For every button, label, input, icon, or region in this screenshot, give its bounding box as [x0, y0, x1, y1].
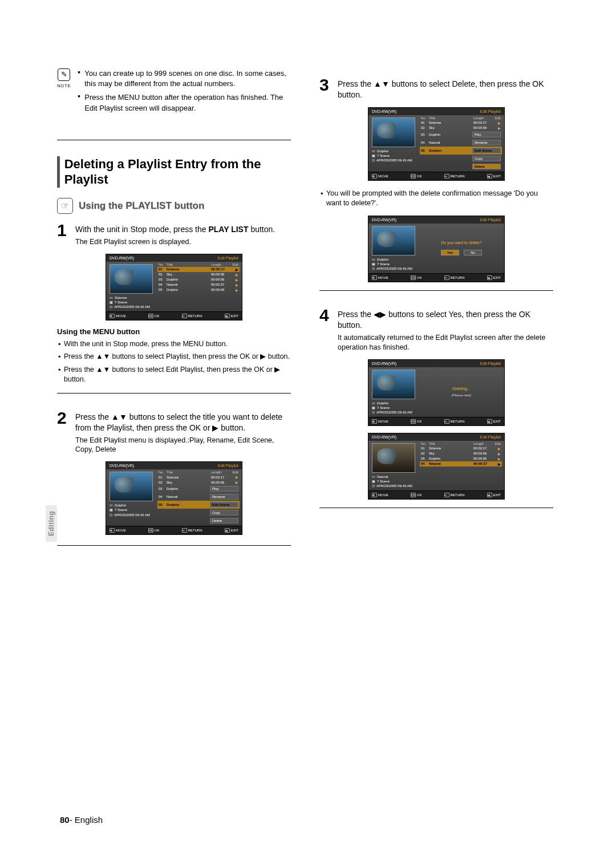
- osd-row: 02Sky00:00:06▶: [420, 451, 502, 456]
- menu-alt-head: Using the MENU button: [57, 327, 291, 336]
- move-icon: ✥: [372, 419, 377, 424]
- clock-icon: ◷: [372, 158, 375, 163]
- ok-icon: OK: [148, 528, 153, 533]
- yes-button: Yes: [441, 250, 459, 255]
- osd-row: Delete: [420, 163, 502, 171]
- page-number: 80: [60, 815, 70, 825]
- exit-icon: ⏏: [487, 174, 492, 178]
- osd-row: 01Science00:02:17▶: [420, 120, 502, 125]
- osd-current-name: Dolphin: [377, 149, 388, 153]
- osd-row: 02Sky00:00:06▶: [157, 480, 240, 485]
- step-text: button.: [249, 225, 275, 234]
- col-length: Length: [211, 263, 230, 266]
- playlist-icon: ▭: [372, 149, 375, 153]
- osd-row: Delete: [157, 517, 240, 525]
- section-title-bar: Deleting a Playlist Entry from the Playl…: [57, 156, 291, 188]
- osd-scenes: 7 Scene: [115, 508, 127, 512]
- divider: [319, 508, 553, 508]
- playlist-icon: ▭: [372, 474, 375, 479]
- list-item: You will be prompted with the delete con…: [319, 189, 553, 209]
- step-number: 4: [319, 307, 332, 352]
- step-number: 3: [319, 76, 332, 100]
- osd-screenshot-5: DVD-RW(VR) Edit Playlist ▭Dolphin ▦7 Sce…: [368, 359, 505, 426]
- right-column: 3 Press the ▲▼ buttons to select Delete,…: [319, 68, 553, 562]
- note-content: You can create up to 999 scenes on one d…: [78, 68, 291, 117]
- confirm-prompt: Do you want to delete?: [441, 241, 482, 245]
- osd-thumb-image: [372, 226, 415, 255]
- list-item: Press the ▲▼ buttons to select Playlist,…: [57, 352, 291, 362]
- osd-row: 03DolphinPlay: [157, 485, 240, 493]
- please-wait-text: (Please wait): [452, 393, 472, 397]
- note-icon-wrap: ✎ NOTE: [57, 68, 71, 117]
- step-subtext: It automatically returned to the Edit Pl…: [338, 333, 553, 352]
- pencil-icon: ✎: [58, 68, 70, 81]
- osd-row: 02Sky00:00:06▶: [420, 125, 502, 131]
- divider: [57, 393, 291, 393]
- return-icon: ↩: [182, 314, 187, 318]
- menu-alt-list: With the unit in Stop mode, press the ME…: [57, 339, 291, 385]
- move-icon: ✥: [372, 493, 377, 497]
- exit-icon: ⏏: [487, 419, 492, 424]
- osd-mode-label: Edit Playlist: [480, 109, 501, 113]
- subhead-text: Using the PLAYLIST button: [79, 200, 204, 212]
- step-2: 2 Press the ▲▼ buttons to select the tit…: [57, 409, 291, 455]
- osd-current-name: Science: [115, 295, 127, 300]
- clock-icon: ◷: [372, 484, 375, 488]
- osd-row: 03DolphinPlay: [420, 131, 502, 139]
- osd-screenshot-6: DVD-RW(VR) Edit Playlist ▭Natural ▦7 Sce…: [368, 433, 505, 500]
- step-text: With the unit in Stop mode, press the: [75, 225, 208, 234]
- osd-screenshot-4: DVD-RW(VR) Edit Playlist ▭Dolphin ▦7 Sce…: [368, 216, 505, 282]
- osd-current-name: Dolphin: [115, 503, 126, 508]
- osd-screenshot-3: DVD-RW(VR) Edit Playlist ▭Dolphin ▦7 Sce…: [368, 107, 505, 181]
- title-accent-bar: [57, 156, 60, 188]
- osd-mode-label: Edit Playlist: [218, 256, 238, 260]
- step-number: 2: [57, 409, 70, 455]
- scene-icon: ▦: [372, 153, 375, 158]
- move-icon: ✥: [372, 174, 377, 178]
- osd-thumb-image: [110, 472, 153, 501]
- return-icon: ↩: [444, 275, 449, 280]
- playlist-icon: ▭: [110, 503, 113, 508]
- playlist-icon: ▭: [372, 257, 375, 262]
- step-text-bold: PLAY LIST: [208, 225, 248, 234]
- ok-icon: OK: [411, 275, 416, 280]
- exit-icon: ⏏: [225, 314, 230, 318]
- scene-icon: ▦: [372, 262, 375, 266]
- deleting-text: Deleting...: [452, 387, 471, 391]
- ok-icon: OK: [411, 419, 416, 424]
- page-columns: ✎ NOTE You can create up to 999 scenes o…: [57, 68, 559, 562]
- osd-thumb-image: [110, 264, 153, 294]
- hand-icon: ☞: [57, 198, 73, 214]
- playlist-icon: ▭: [110, 295, 113, 300]
- osd-thumb-image: [372, 370, 415, 399]
- note-item: You can create up to 999 scenes on one d…: [78, 68, 291, 89]
- divider: [57, 140, 291, 140]
- ok-icon: OK: [411, 174, 416, 178]
- osd-timestamp: APR/23/2005 06:43 AM: [114, 305, 150, 309]
- ok-icon: OK: [411, 493, 416, 497]
- osd-row: 01Science00:02:17▶: [157, 267, 240, 272]
- col-title: Title: [167, 263, 211, 266]
- clock-icon: ◷: [110, 305, 112, 309]
- osd-row: Copy: [420, 155, 502, 163]
- step-text: Press the ◀▶ buttons to select Yes, then…: [338, 310, 530, 330]
- exit-icon: ⏏: [225, 528, 230, 533]
- subhead-row: ☞ Using the PLAYLIST button: [57, 198, 291, 214]
- osd-row: 04Natural00:00:37▶: [157, 282, 240, 287]
- clock-icon: ◷: [372, 410, 375, 415]
- osd-thumb-image: [372, 117, 415, 147]
- osd-row: Copy: [157, 509, 240, 517]
- no-button: No: [464, 250, 482, 255]
- page-footer: 80- English: [60, 815, 103, 825]
- list-item: With the unit in Stop mode, press the ME…: [57, 339, 291, 350]
- left-column: ✎ NOTE You can create up to 999 scenes o…: [57, 68, 291, 562]
- exit-icon: ⏏: [487, 493, 492, 497]
- return-icon: ↩: [182, 528, 187, 533]
- osd-row: 03Dolphin00:00:06▶: [420, 456, 502, 461]
- osd-timestamp: APR/23/2005 06:43 AM: [114, 513, 150, 517]
- osd-screenshot-2: DVD-RW(VR) Edit Playlist ▭Dolphin ▦7 Sce…: [106, 461, 242, 535]
- move-icon: ✥: [110, 528, 115, 533]
- clock-icon: ◷: [110, 513, 112, 517]
- divider: [319, 290, 553, 291]
- note-item: Press the MENU button after the operatio…: [78, 92, 291, 113]
